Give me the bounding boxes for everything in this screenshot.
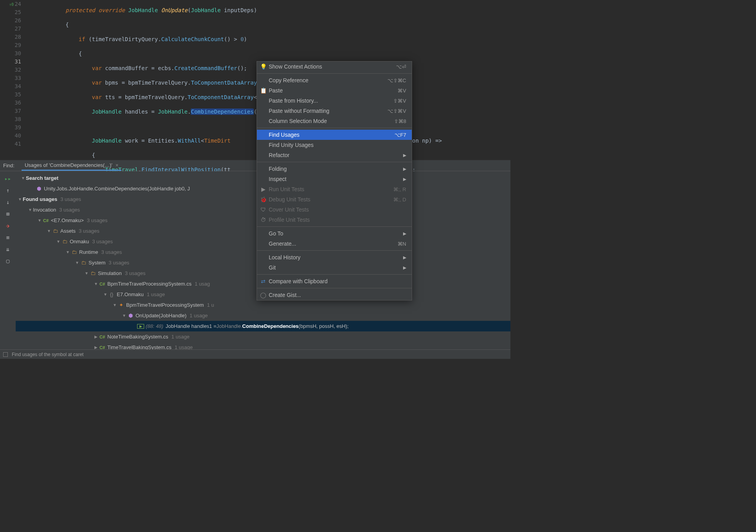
menu-paste-plain[interactable]: Paste without Formatting⌥⇧⌘V [257,106,412,116]
csharp-file-icon: C# [99,282,106,286]
compare-icon: ⇄ [260,278,266,284]
menu-column-selection[interactable]: Column Selection Mode⇧⌘8 [257,116,412,126]
diff-icon[interactable]: ⬗ [3,221,13,231]
context-menu[interactable]: 💡 Show Context Actions⌥⏎ Copy Reference⌥… [257,61,412,300]
stopwatch-icon: ⏱ [260,217,266,223]
menu-separator [257,250,412,251]
menu-debug-tests: 🐞Debug Unit Tests⌘;, D [257,194,412,204]
layout-icon[interactable]: ▢ [3,256,13,266]
tree-file2[interactable]: ▶ C# NoteTimeBakingSystem.cs1 usage [16,331,510,342]
menu-paste-history[interactable]: Paste from History...⇧⌘V [257,96,412,106]
code-editor[interactable]: ↑024 25 26 27 28 29 30 31 32 33 34 35 36… [0,0,510,160]
bulb-icon: 💡 [260,63,266,70]
menu-profile-tests: ⏱Profile Unit Tests [257,215,412,225]
csharp-icon: C# [42,218,49,223]
find-tab[interactable]: Usages of 'CombineDependencies(…)' × [22,161,122,171]
chevron-right-icon: ▶ [403,153,406,158]
status-bar: Find usages of the symbol at caret [0,349,510,359]
collapse-icon[interactable]: ⇊ [3,244,13,254]
tree-usage-line[interactable]: ▶ (88: 48) JobHandle handles1 = JobHandl… [16,321,510,331]
menu-find-usages[interactable]: Find Usages⌥F7 [257,130,412,140]
find-label: Find: [3,163,14,168]
shield-icon: 🛡 [260,206,266,213]
chevron-right-icon: ▶ [403,166,406,172]
menu-folding[interactable]: Folding▶ [257,164,412,174]
menu-copy-reference[interactable]: Copy Reference⌥⇧⌘C [257,75,412,85]
folder-icon: 🗀 [61,239,68,244]
close-icon[interactable]: × [116,162,119,168]
folder-icon: 🗀 [71,249,78,255]
menu-goto[interactable]: Go To▶ [257,228,412,239]
folder-icon: 🗀 [52,228,59,234]
menu-paste[interactable]: 📋Paste⌘V [257,85,412,96]
menu-git[interactable]: Git▶ [257,262,412,273]
menu-refactor[interactable]: Refactor▶ [257,150,412,160]
menu-separator [257,226,412,227]
folder-icon: 🗀 [89,270,96,276]
bug-icon: 🐞 [260,196,266,203]
class-icon: ✦ [118,302,125,308]
menu-separator [257,73,412,74]
menu-create-gist[interactable]: ◯Create Gist... [257,290,412,300]
play-icon: ▶ [260,186,266,192]
method-icon: ⬢ [127,313,134,318]
tree-file3[interactable]: ▶ C# TimeTravelBakingSystem.cs1 usage [16,342,510,349]
run-icon: ▶ [137,324,144,329]
menu-separator [257,128,412,128]
folder-icon: 🗀 [80,260,87,266]
chevron-right-icon: ▶ [403,231,406,236]
csharp-file-icon: C# [99,335,106,339]
menu-inspect[interactable]: Inspect▶ [257,174,412,184]
menu-generate[interactable]: Generate...⌘N [257,239,412,249]
square-icon [3,352,8,357]
menu-compare-clipboard[interactable]: ⇄Compare with Clipboard [257,276,412,286]
namespace-icon: {} [108,291,115,297]
tree-method[interactable]: ▼ ⬢ OnUpdate(JobHandle)1 usage [16,310,510,321]
menu-run-tests: ▶Run Unit Tests⌘;, R [257,184,412,194]
find-toolbar: ▸▸ ↑ ↓ ⊞ ⬗ ≡ ⇊ ▢ [0,171,16,349]
csharp-file-icon: C# [99,345,106,350]
prev-icon[interactable]: ↑ [3,185,13,195]
menu-local-history[interactable]: Local History▶ [257,252,412,262]
chevron-right-icon: ▶ [403,255,406,260]
next-icon[interactable]: ↓ [3,197,13,207]
find-panel: ▸▸ ↑ ↓ ⊞ ⬗ ≡ ⇊ ▢ ▼ Search target ⬢ Unity… [0,171,510,349]
chevron-right-icon: ▶ [403,177,406,182]
group-icon[interactable]: ⊞ [3,209,13,219]
menu-show-context-actions[interactable]: 💡 Show Context Actions⌥⏎ [257,62,412,72]
github-icon: ◯ [260,292,266,298]
gutter-marker: ↑0 [9,0,14,9]
menu-find-unity-usages[interactable]: Find Unity Usages [257,140,412,150]
menu-separator [257,274,412,275]
paste-icon: 📋 [260,87,266,94]
selected-symbol[interactable]: CombineDependencies [191,109,253,115]
status-text: Find usages of the symbol at caret [12,352,83,357]
menu-separator [257,288,412,288]
menu-cover-tests: 🛡Cover Unit Tests [257,204,412,215]
rerun-icon[interactable]: ▸▸ [3,174,13,184]
tree-class[interactable]: ▼ ✦ BpmTimeTravelProcessingSystem1 u [16,300,510,310]
gutter: ↑024 25 26 27 28 29 30 31 32 33 34 35 36… [0,0,24,160]
method-icon: ⬢ [35,186,42,192]
menu-separator [257,162,412,162]
flatten-icon[interactable]: ≡ [3,232,13,242]
chevron-right-icon: ▶ [403,265,406,270]
